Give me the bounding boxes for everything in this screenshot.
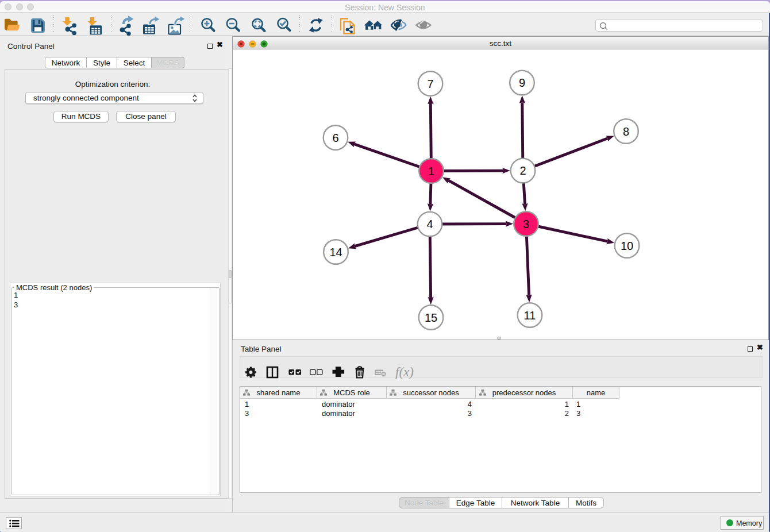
svg-text:11: 11 xyxy=(524,309,536,322)
svg-text:4: 4 xyxy=(426,218,433,230)
svg-text:f(x): f(x) xyxy=(395,365,414,379)
svg-text:2: 2 xyxy=(519,164,526,177)
svg-text:1: 1 xyxy=(428,165,434,178)
svg-text:3: 3 xyxy=(523,218,529,230)
svg-text:8: 8 xyxy=(623,125,629,138)
svg-text:15: 15 xyxy=(425,311,437,324)
svg-text:10: 10 xyxy=(621,240,633,252)
svg-text:6: 6 xyxy=(332,132,338,144)
svg-text:9: 9 xyxy=(519,76,525,89)
svg-text:7: 7 xyxy=(427,78,433,90)
svg-text:14: 14 xyxy=(329,246,342,259)
